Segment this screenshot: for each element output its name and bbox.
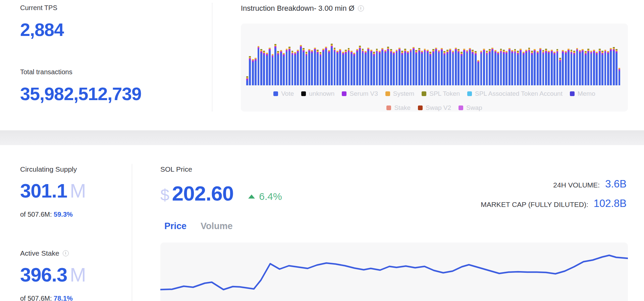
section-separator-band — [0, 130, 644, 145]
bar-segment-vote — [429, 56, 431, 86]
info-icon[interactable]: i — [358, 5, 364, 11]
bar-segment-vote — [452, 54, 454, 86]
stacked-bar — [353, 53, 355, 86]
legend-label: Memo — [578, 90, 595, 97]
bar-segment-vote — [477, 63, 479, 85]
stacked-bar — [306, 52, 308, 86]
bar-segment-vote — [280, 53, 282, 85]
legend-item-vote[interactable]: Vote — [273, 90, 294, 97]
bar-segment-vote — [308, 52, 310, 85]
bar-segment-vote — [387, 51, 389, 86]
stacked-bar — [342, 52, 344, 86]
bar-segment-vote — [274, 48, 276, 85]
stacked-bar — [559, 58, 561, 86]
sol-price-value: 202.60 — [172, 181, 234, 205]
stacked-bar — [446, 50, 448, 86]
bar-segment-vote — [401, 55, 403, 86]
stacked-bar — [491, 48, 493, 86]
stacked-bar — [449, 49, 451, 86]
stacked-bar — [435, 48, 437, 86]
stacked-bar — [272, 54, 274, 85]
legend-label: SPL Token — [429, 90, 460, 97]
bar-segment-vote — [511, 53, 513, 85]
bar-segment-vote — [252, 62, 254, 85]
stacked-bar — [398, 48, 400, 86]
info-icon[interactable]: i — [63, 250, 69, 256]
bar-segment-vote — [573, 55, 575, 86]
legend-item-serum-v3[interactable]: Serum V3 — [342, 90, 378, 97]
bar-segment-vote — [489, 53, 491, 85]
stacked-bar — [274, 44, 276, 85]
bar-segment-vote — [345, 54, 347, 86]
bar-segment-vote — [322, 52, 324, 86]
stacked-bar — [401, 51, 403, 86]
dollar-sign: $ — [160, 186, 169, 204]
bar-segment-vote — [359, 50, 361, 86]
bar-segment-vote — [356, 52, 358, 85]
bar-segment-vote — [407, 54, 409, 85]
bar-segment-vote — [379, 54, 381, 86]
stacked-bar — [534, 49, 536, 85]
bar-segment-vote — [559, 62, 561, 86]
total-transactions-label: Total transactions — [20, 68, 141, 76]
up-arrow-icon — [248, 195, 255, 199]
bar-segment-vote — [443, 55, 445, 85]
circulating-supply-unit: M — [70, 180, 86, 202]
bar-segment-vote — [613, 51, 615, 85]
bar-segment-vote — [376, 53, 378, 86]
active-stake-pct: 78.1% — [54, 295, 73, 301]
stacked-bar — [568, 49, 570, 86]
bar-segment-vote — [336, 54, 338, 86]
stacked-bar — [483, 49, 485, 86]
bar-segment-vote — [297, 53, 299, 86]
active-stake-label: Active Stake — [20, 249, 59, 257]
stacked-bar — [263, 51, 265, 86]
stacked-bar — [418, 48, 420, 85]
legend-item-swap-v2[interactable]: Swap V2 — [418, 104, 451, 112]
bar-segment-vote — [545, 53, 547, 86]
tab-price[interactable]: Price — [164, 221, 186, 231]
legend-swatch — [459, 105, 463, 110]
bar-segment-vote — [317, 54, 319, 86]
stacked-bar — [308, 49, 310, 85]
stacked-bar — [300, 45, 302, 85]
stacked-bar — [463, 49, 465, 86]
bar-segment-vote — [458, 53, 460, 85]
tab-volume[interactable]: Volume — [201, 221, 233, 231]
legend-item-stake[interactable]: Stake — [386, 104, 411, 112]
bar-segment-vote — [272, 57, 274, 85]
legend-item-unknown[interactable]: unknown — [301, 90, 334, 97]
bar-segment-vote — [508, 51, 511, 85]
bar-segment-vote — [303, 52, 305, 85]
legend-row: VoteunknownSerum V3SystemSPL TokenSPL As… — [241, 88, 628, 99]
bar-segment-vote — [486, 55, 488, 86]
top-vertical-divider — [212, 3, 212, 112]
bar-segment-vote — [398, 51, 400, 86]
stacked-bar — [266, 53, 268, 86]
bar-segment-vote — [517, 55, 519, 86]
bar-segment-vote — [277, 55, 279, 85]
legend-label: Stake — [394, 104, 411, 112]
chart-legend: VoteunknownSerum V3SystemSPL TokenSPL As… — [241, 88, 628, 116]
stacked-bar — [525, 50, 527, 86]
legend-item-system[interactable]: System — [385, 90, 414, 97]
legend-item-memo[interactable]: Memo — [570, 90, 595, 97]
market-stats: 24H VOLUME: 3.6B MARKET CAP (FULLY DILUT… — [481, 178, 627, 217]
stacked-bar — [494, 50, 496, 85]
legend-swatch — [385, 91, 390, 96]
volume-value: 3.6B — [605, 178, 627, 190]
stacked-bar — [311, 50, 313, 85]
volume-stat-row: 24H VOLUME: 3.6B — [481, 178, 627, 190]
legend-item-swap[interactable]: Swap — [459, 104, 482, 112]
chart-tabs: Price Volume — [164, 221, 233, 231]
legend-item-spl-associated-token-account[interactable]: SPL Associated Token Account — [467, 90, 562, 97]
stacked-bar — [520, 49, 522, 86]
bar-segment-vote — [246, 80, 248, 85]
stacked-bar — [458, 49, 460, 85]
legend-item-spl-token[interactable]: SPL Token — [422, 90, 460, 97]
bar-segment-vote — [300, 48, 302, 85]
stacked-bar — [480, 51, 482, 86]
stacked-bar — [269, 48, 271, 86]
bar-segment-vote — [548, 54, 550, 86]
stacked-bar — [452, 51, 454, 86]
